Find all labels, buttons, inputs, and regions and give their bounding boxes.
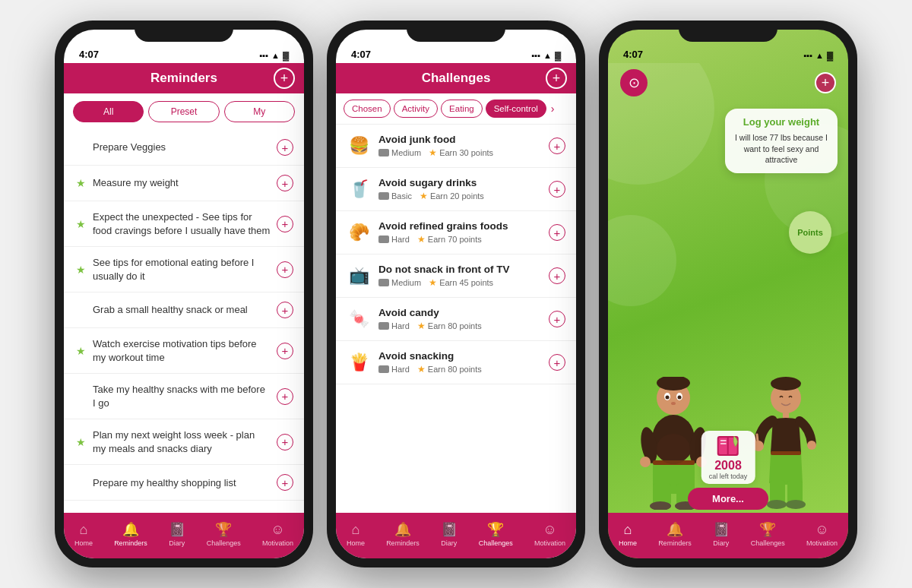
challenges-icon: 🏆	[759, 521, 776, 538]
add-item-button[interactable]: +	[277, 388, 293, 405]
status-icons: ▪▪▪ ▲ ▓	[531, 51, 561, 60]
nav-diary[interactable]: 📓 Diary	[713, 521, 730, 547]
tabs-arrow-icon: ›	[551, 103, 555, 115]
add-challenge-item-button[interactable]: +	[549, 354, 565, 371]
tv-snack-icon: 📺	[347, 266, 371, 286]
add-challenge-item-button[interactable]: +	[549, 224, 565, 241]
points-label: ★ Earn 45 points	[429, 277, 493, 288]
svg-point-18	[657, 434, 690, 464]
add-item-button[interactable]: +	[277, 139, 293, 156]
points-label: ★ Earn 30 points	[429, 147, 493, 158]
list-item: 🍔 Avoid junk food Medium ★ Earn 30 point…	[336, 125, 576, 168]
nav-reminders[interactable]: 🔔 Reminders	[114, 521, 147, 547]
nav-reminders-label: Reminders	[658, 539, 692, 547]
candy-icon: 🍬	[347, 309, 371, 329]
bottom-nav: ⌂ Home 🔔 Reminders 📓 Diary 🏆 Challenges …	[608, 513, 848, 558]
list-item: 🍟 Avoid snacking Hard ★ Earn 80 points	[336, 341, 576, 384]
status-icons: ▪▪▪ ▲ ▓	[259, 51, 289, 60]
motivation-icon: ☺	[543, 522, 556, 538]
nav-challenges[interactable]: 🏆 Challenges	[207, 521, 241, 547]
difficulty-label: Hard	[378, 365, 410, 374]
nav-challenges-label: Challenges	[479, 539, 513, 547]
nav-diary[interactable]: 📓 Diary	[441, 521, 458, 547]
list-item: ★ Plan my next weight loss week - plan m…	[64, 419, 304, 465]
nav-challenges[interactable]: 🏆 Challenges	[479, 521, 513, 547]
diary-icon: 📓	[441, 521, 458, 538]
add-challenge-item-button[interactable]: +	[549, 138, 565, 154]
nav-home[interactable]: ⌂ Home	[619, 522, 637, 547]
challenge-info: Avoid sugary drinks Basic ★ Earn 20 poin…	[378, 177, 541, 201]
sugary-drinks-icon: 🥤	[347, 179, 371, 199]
add-reminder-button[interactable]: +	[274, 68, 295, 89]
add-item-button[interactable]: +	[277, 343, 293, 359]
reminder-text: Plan my next weight loss week - plan my …	[93, 428, 271, 455]
more-button[interactable]: More...	[688, 488, 768, 510]
svg-point-34	[786, 500, 806, 509]
log-weight-card[interactable]: Log your weight I will lose 77 lbs becau…	[725, 109, 838, 173]
add-item-button[interactable]: +	[277, 302, 293, 318]
reminders-title: Reminders	[150, 71, 217, 86]
nav-diary-label: Diary	[441, 539, 457, 547]
points-label: ★ Earn 80 points	[417, 364, 482, 375]
challenge-meta: Basic ★ Earn 20 points	[378, 191, 541, 201]
svg-rect-22	[720, 440, 727, 441]
status-time: 4:07	[351, 49, 371, 60]
list-item: ★ Expect the unexpected - See tips for f…	[64, 201, 304, 247]
nav-challenges[interactable]: 🏆 Challenges	[751, 521, 785, 547]
svg-line-30	[757, 435, 758, 441]
nav-reminders[interactable]: 🔔 Reminders	[658, 521, 692, 547]
reminders-list: Prepare Veggies + ★ Measure my weight + …	[64, 130, 304, 513]
nav-motivation[interactable]: ☺ Motivation	[262, 522, 293, 547]
cal-label: cal left today	[709, 473, 748, 480]
difficulty-bar	[378, 192, 389, 200]
svg-rect-35	[771, 451, 801, 455]
add-challenge-item-button[interactable]: +	[549, 181, 565, 198]
bottom-nav: ⌂ Home 🔔 Reminders 📓 Diary 🏆 Challenges …	[64, 513, 304, 558]
nav-motivation[interactable]: ☺ Motivation	[806, 522, 838, 547]
add-button[interactable]: +	[815, 72, 836, 93]
add-item-button[interactable]: +	[277, 216, 293, 232]
challenge-name: Do not snack in front of TV	[378, 264, 541, 275]
reminder-text: Measure my weight	[93, 176, 271, 190]
add-item-button[interactable]: +	[277, 434, 293, 450]
tab-chosen[interactable]: Chosen	[344, 100, 391, 118]
more-button-label: More...	[712, 493, 744, 504]
star-icon: ★	[74, 218, 87, 230]
nav-challenges-label: Challenges	[207, 539, 241, 547]
filter-tab-preset[interactable]: Preset	[148, 101, 219, 122]
nav-motivation-label: Motivation	[534, 539, 565, 547]
points-badge: Points	[789, 211, 831, 254]
book-icon	[714, 435, 742, 457]
challenge-name: Avoid sugary drinks	[378, 177, 541, 188]
filter-tab-my[interactable]: My	[224, 101, 295, 122]
motivation-icon: ☺	[271, 522, 284, 538]
list-item: 🥐 Avoid refined grains foods Hard ★ Earn…	[336, 211, 576, 254]
nav-reminders[interactable]: 🔔 Reminders	[386, 521, 420, 547]
tab-eating[interactable]: Eating	[441, 100, 483, 118]
add-item-button[interactable]: +	[277, 261, 293, 278]
add-challenge-item-button[interactable]: +	[549, 267, 565, 284]
challenge-name: Avoid refined grains foods	[378, 220, 541, 232]
nav-home[interactable]: ⌂ Home	[347, 522, 365, 547]
challenges-icon: 🏆	[215, 521, 232, 538]
nav-home[interactable]: ⌂ Home	[74, 522, 93, 547]
add-challenge-button[interactable]: +	[546, 68, 567, 89]
star-icon: ★	[429, 277, 437, 288]
difficulty-bar	[378, 279, 389, 286]
nav-motivation[interactable]: ☺ Motivation	[534, 522, 565, 547]
tab-self-control[interactable]: Self-control	[486, 100, 546, 118]
nav-diary[interactable]: 📓 Diary	[169, 521, 185, 547]
nav-challenges-label: Challenges	[751, 539, 785, 547]
add-challenge-item-button[interactable]: +	[549, 311, 565, 327]
svg-point-6	[671, 402, 676, 405]
tab-activity[interactable]: Activity	[394, 100, 438, 118]
add-item-button[interactable]: +	[277, 175, 293, 191]
difficulty-label: Hard	[378, 321, 410, 330]
home-icon: ⌂	[80, 522, 88, 538]
filter-tab-all[interactable]: All	[73, 101, 144, 122]
bottom-nav: ⌂ Home 🔔 Reminders 📓 Diary 🏆 Challenges …	[336, 513, 576, 558]
svg-point-25	[771, 377, 801, 390]
log-weight-quote: I will lose 77 lbs because I want to fee…	[734, 132, 828, 166]
add-item-button[interactable]: +	[277, 474, 293, 491]
difficulty-label: Hard	[378, 235, 410, 244]
